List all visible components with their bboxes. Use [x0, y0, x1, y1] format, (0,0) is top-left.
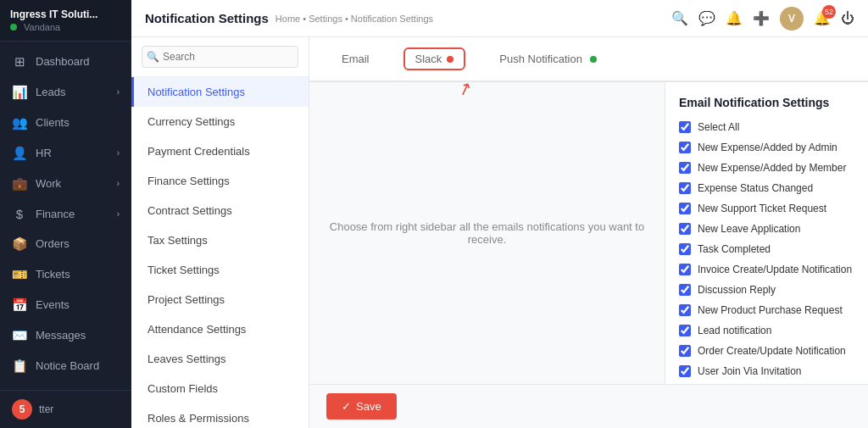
sidebar-item-finance[interactable]: $ Finance › — [0, 199, 131, 229]
clients-icon: 👥 — [12, 115, 27, 131]
sidebar-item-leads[interactable]: 📊 Leads › — [0, 77, 131, 108]
content-area: 🔍 Notification Settings Currency Setting… — [131, 37, 868, 428]
checkbox-invoice: Invoice Create/Update Notification — [679, 264, 854, 275]
search-icon[interactable]: 🔍 — [671, 10, 688, 26]
page-title: Notification Settings — [145, 11, 269, 25]
sidebar-nav: ⊞ Dashboard 📊 Leads › 👥 Clients 👤 HR — [0, 42, 131, 390]
topbar-left: Notification Settings Home • Settings • … — [145, 11, 433, 25]
add-icon[interactable]: ➕ — [753, 10, 770, 26]
tab-email[interactable]: Email — [326, 42, 385, 77]
settings-nav-notification[interactable]: Notification Settings — [131, 77, 309, 107]
checkbox-select-all: Select All — [679, 121, 854, 133]
checkbox-order-create-input[interactable] — [679, 345, 691, 357]
settings-nav-tax[interactable]: Tax Settings — [131, 225, 309, 255]
settings-nav-contract[interactable]: Contract Settings — [131, 196, 309, 225]
sidebar-item-hr[interactable]: 👤 HR › — [0, 138, 131, 169]
footer-label: tter — [39, 403, 53, 415]
checkbox-expense-status-input[interactable] — [679, 182, 691, 194]
checkbox-invoice-input[interactable] — [679, 264, 691, 275]
settings-nav-finance[interactable]: Finance Settings — [131, 166, 309, 196]
sidebar-label-events: Events — [36, 298, 70, 311]
panel-content: Choose from right sidebar all the emails… — [309, 82, 868, 384]
checkbox-user-join: User Join Via Invitation — [679, 365, 854, 377]
notice-board-icon: 📋 — [12, 359, 27, 374]
slack-tab-dot — [447, 56, 453, 63]
right-panel-title: Email Notification Settings — [679, 96, 854, 109]
tab-slack[interactable]: Slack ↗ — [388, 37, 481, 82]
sidebar-item-clients[interactable]: 👥 Clients — [0, 108, 131, 138]
center-message: Choose from right sidebar all the emails… — [326, 220, 648, 246]
checkbox-product-purchase: New Product Purchase Request — [679, 304, 854, 316]
settings-nav-project[interactable]: Project Settings — [131, 285, 309, 314]
notification-count: 52 — [822, 5, 836, 19]
sidebar-item-notice-board[interactable]: 📋 Notice Board — [0, 351, 131, 381]
checkbox-support-ticket-input[interactable] — [679, 203, 691, 214]
footer-badge: 5 — [12, 399, 32, 420]
checkbox-new-expense-member: New Expense/Added by Member — [679, 162, 854, 174]
tab-push-notification[interactable]: Push Notification — [484, 42, 611, 77]
sidebar-label-dashboard: Dashboard — [36, 55, 90, 68]
settings-nav-attendance[interactable]: Attendance Settings — [131, 314, 309, 344]
slack-tab-label: Slack — [415, 53, 442, 65]
settings-search-wrap: 🔍 — [131, 37, 309, 77]
breadcrumb: Home • Settings • Notification Settings — [275, 14, 433, 24]
checkbox-discussion-reply-input[interactable] — [679, 284, 691, 296]
leads-chevron-icon: › — [117, 87, 120, 97]
checkbox-lead-notification-input[interactable] — [679, 325, 691, 336]
hr-chevron-icon: › — [117, 148, 120, 158]
checkbox-user-join-input[interactable] — [679, 365, 691, 377]
sidebar-label-clients: Clients — [36, 116, 70, 129]
right-panel: Email Notification Settings Select All N… — [665, 82, 868, 384]
push-notification-label: Push Notification — [499, 53, 582, 65]
sidebar-item-events[interactable]: 📅 Events — [0, 290, 131, 320]
sidebar: Ingress IT Soluti... Vandana ⊞ Dashboard… — [0, 0, 131, 428]
notifications-icon[interactable]: 🔔 52 — [814, 10, 831, 26]
checkbox-product-purchase-input[interactable] — [679, 304, 691, 316]
checkbox-discussion-reply: Discussion Reply — [679, 284, 854, 296]
work-icon: 💼 — [12, 176, 27, 192]
settings-nav-leaves[interactable]: Leaves Settings — [131, 344, 309, 374]
sidebar-label-finance: Finance — [36, 208, 75, 220]
settings-nav-currency[interactable]: Currency Settings — [131, 107, 309, 136]
checkbox-task-completed-input[interactable] — [679, 243, 691, 255]
checkbox-new-expense-admin: New Expense/Added by Admin — [679, 142, 854, 153]
alert-icon[interactable]: 🔔 — [726, 10, 743, 26]
settings-nav-roles[interactable]: Roles & Permissions — [131, 403, 309, 428]
checkbox-new-expense-member-input[interactable] — [679, 162, 691, 174]
save-bar: ✓ Save — [309, 384, 868, 428]
settings-nav-ticket[interactable]: Ticket Settings — [131, 255, 309, 285]
sidebar-header: Ingress IT Soluti... Vandana — [0, 0, 131, 42]
push-notification-dot — [590, 56, 597, 63]
avatar[interactable]: V — [780, 7, 804, 31]
sidebar-item-dashboard[interactable]: ⊞ Dashboard — [0, 47, 131, 77]
checkbox-select-all-input[interactable] — [679, 121, 691, 133]
checkbox-leave-application: New Leave Application — [679, 223, 854, 235]
sidebar-item-work[interactable]: 💼 Work › — [0, 169, 131, 199]
main-panel: Email Slack ↗ Push Notification Choo — [309, 37, 868, 428]
sidebar-label-leads: Leads — [36, 86, 65, 98]
hr-icon: 👤 — [12, 146, 27, 161]
settings-search-input[interactable] — [142, 46, 298, 68]
orders-icon: 📦 — [12, 236, 27, 252]
settings-nav-custom[interactable]: Custom Fields — [131, 374, 309, 403]
sidebar-item-tickets[interactable]: 🎫 Tickets — [0, 259, 131, 290]
sidebar-item-messages[interactable]: ✉️ Messages — [0, 320, 131, 351]
power-icon[interactable]: ⏻ — [841, 11, 854, 26]
sidebar-user: Vandana — [10, 22, 97, 32]
checkbox-lead-notification: Lead notification — [679, 325, 854, 336]
app-name: Ingress IT Soluti... — [10, 8, 97, 22]
topbar: Notification Settings Home • Settings • … — [131, 0, 868, 37]
sidebar-footer[interactable]: 5 tter — [0, 390, 131, 428]
finance-icon: $ — [12, 207, 27, 221]
sidebar-item-orders[interactable]: 📦 Orders — [0, 229, 131, 259]
checkbox-expense-status: Expense Status Changed — [679, 182, 854, 194]
checkbox-new-expense-admin-input[interactable] — [679, 142, 691, 153]
sidebar-item-knowledge-base[interactable]: 📚 Knowledge Base — [0, 381, 131, 390]
save-button[interactable]: ✓ Save — [326, 393, 397, 420]
checkbox-select-all-label: Select All — [698, 121, 739, 133]
checkbox-task-completed: Task Completed — [679, 243, 854, 255]
topbar-right: 🔍 💬 🔔 ➕ V 🔔 52 ⏻ — [671, 7, 854, 31]
settings-nav-payment[interactable]: Payment Credentials — [131, 136, 309, 166]
chat-icon[interactable]: 💬 — [698, 10, 715, 26]
checkbox-leave-application-input[interactable] — [679, 223, 691, 235]
